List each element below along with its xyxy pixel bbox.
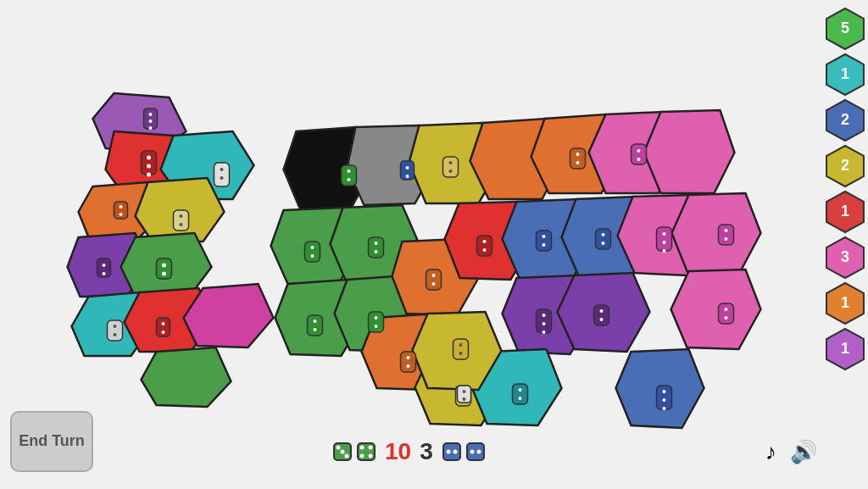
svg-rect-72: [443, 157, 459, 177]
sound-controls[interactable]: ♪ 🔊: [765, 439, 817, 465]
svg-point-39: [149, 119, 153, 123]
svg-point-151: [446, 450, 450, 454]
svg-rect-150: [443, 443, 460, 460]
svg-rect-125: [657, 386, 672, 409]
sidebar-item-4[interactable]: 1: [825, 190, 865, 234]
svg-point-40: [149, 126, 153, 130]
svg-rect-66: [342, 165, 357, 186]
svg-point-111: [542, 331, 546, 334]
svg-point-43: [147, 164, 151, 169]
svg-point-70: [406, 166, 409, 169]
svg-text:2: 2: [840, 111, 849, 128]
sidebar-item-6[interactable]: 1: [825, 281, 865, 325]
svg-point-146: [360, 446, 364, 450]
svg-point-58: [162, 264, 166, 268]
svg-point-44: [147, 173, 151, 177]
svg-point-154: [470, 450, 474, 454]
svg-rect-90: [369, 312, 384, 332]
svg-rect-135: [453, 339, 469, 359]
svg-point-71: [406, 175, 409, 178]
svg-point-140: [463, 397, 466, 401]
sidebar-item-2[interactable]: 2: [825, 98, 865, 142]
svg-rect-81: [305, 242, 320, 262]
svg-point-82: [311, 246, 314, 249]
svg-rect-105: [596, 229, 611, 249]
svg-point-134: [519, 397, 522, 400]
svg-text:1: 1: [840, 203, 849, 219]
svg-point-103: [542, 235, 546, 238]
svg-point-80: [637, 158, 641, 161]
svg-point-152: [453, 450, 457, 454]
svg-point-128: [663, 407, 666, 410]
svg-point-46: [220, 168, 224, 171]
svg-point-38: [149, 113, 153, 116]
svg-point-59: [162, 272, 166, 276]
svg-point-67: [348, 169, 351, 173]
svg-rect-119: [719, 225, 734, 245]
svg-point-91: [375, 316, 378, 320]
svg-point-85: [375, 242, 378, 245]
svg-point-62: [114, 333, 117, 336]
svg-point-109: [542, 314, 546, 317]
svg-point-49: [120, 205, 123, 208]
svg-text:1: 1: [840, 340, 849, 357]
svg-point-79: [637, 149, 641, 153]
sidebar-item-7[interactable]: 1: [825, 327, 865, 371]
svg-text:2: 2: [840, 157, 849, 174]
svg-rect-93: [426, 270, 442, 290]
svg-point-104: [542, 243, 546, 247]
svg-point-137: [459, 352, 463, 355]
svg-point-148: [360, 454, 364, 458]
svg-point-114: [600, 318, 604, 321]
svg-rect-51: [174, 210, 189, 231]
svg-point-86: [375, 250, 378, 253]
svg-point-74: [449, 169, 453, 173]
svg-rect-37: [144, 108, 158, 129]
sidebar: 5 1 2 2 1 3 1: [821, 0, 868, 489]
sidebar-item-0[interactable]: 5: [825, 7, 865, 51]
svg-point-88: [314, 320, 317, 323]
svg-point-52: [180, 214, 183, 218]
game-board: [0, 0, 821, 489]
svg-point-61: [114, 325, 117, 328]
svg-point-133: [519, 388, 522, 392]
svg-point-94: [432, 274, 436, 277]
svg-point-147: [369, 446, 373, 450]
svg-point-117: [663, 241, 666, 244]
music-icon[interactable]: ♪: [765, 439, 776, 465]
end-turn-button[interactable]: End Turn: [10, 411, 93, 472]
svg-point-110: [542, 322, 546, 325]
svg-point-118: [663, 249, 666, 253]
svg-point-116: [663, 232, 666, 236]
svg-point-143: [341, 450, 345, 454]
svg-point-101: [483, 248, 487, 252]
svg-point-55: [103, 264, 106, 267]
sidebar-item-3[interactable]: 2: [825, 144, 865, 188]
svg-point-47: [220, 176, 224, 180]
svg-point-42: [147, 156, 151, 160]
svg-rect-45: [214, 163, 230, 186]
svg-point-124: [725, 316, 728, 320]
svg-point-95: [432, 282, 436, 286]
volume-icon[interactable]: 🔊: [790, 439, 817, 465]
svg-point-100: [483, 240, 487, 243]
svg-text:3: 3: [840, 248, 849, 265]
svg-text:1: 1: [840, 294, 849, 311]
svg-point-149: [369, 454, 373, 458]
svg-rect-96: [401, 352, 416, 372]
svg-rect-112: [594, 305, 609, 325]
svg-rect-122: [719, 303, 734, 324]
svg-point-53: [180, 223, 183, 226]
svg-rect-87: [308, 315, 323, 336]
svg-point-92: [375, 325, 378, 328]
svg-point-123: [725, 308, 728, 311]
svg-point-83: [311, 254, 314, 258]
svg-point-121: [725, 237, 728, 241]
svg-point-113: [600, 309, 604, 313]
svg-point-144: [345, 454, 349, 458]
svg-point-77: [576, 161, 580, 164]
svg-rect-75: [570, 148, 586, 169]
sidebar-item-1[interactable]: 1: [825, 53, 865, 97]
svg-rect-108: [537, 309, 552, 333]
sidebar-item-5[interactable]: 3: [825, 236, 865, 280]
